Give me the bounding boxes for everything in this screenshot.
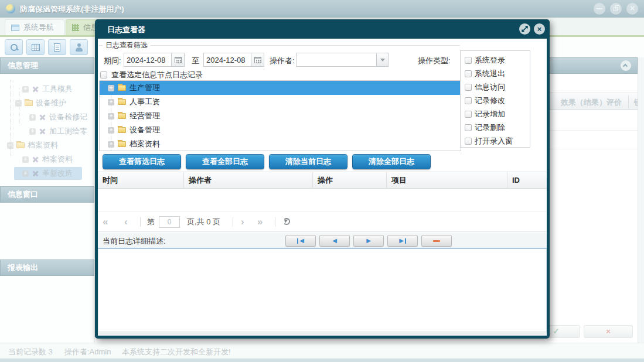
checkbox[interactable] bbox=[100, 71, 107, 78]
clear-current-logs-button[interactable]: 清除当前日志 bbox=[269, 154, 347, 169]
expand-icon[interactable]: + bbox=[108, 99, 114, 105]
tree-item[interactable]: +经营管理 bbox=[100, 109, 461, 123]
expand-icon[interactable]: + bbox=[29, 128, 36, 135]
view-all-logs-button[interactable]: 查看全部日志 bbox=[186, 154, 264, 169]
column-project[interactable]: 项目 bbox=[386, 172, 507, 188]
checkbox[interactable] bbox=[465, 111, 472, 118]
x-icon: × bbox=[606, 327, 611, 336]
tab-system-navigation[interactable]: 系统导航 bbox=[5, 19, 64, 35]
collapse-icon[interactable]: − bbox=[15, 100, 22, 107]
collapse-icon[interactable]: − bbox=[7, 142, 13, 149]
scrollbar-track[interactable] bbox=[638, 57, 644, 343]
sidebar-tree-item[interactable]: −设备维护 bbox=[15, 96, 66, 110]
checkbox[interactable] bbox=[465, 70, 472, 77]
date-from-calendar-button[interactable] bbox=[172, 53, 185, 67]
optype-item[interactable]: 打开录入窗 bbox=[465, 134, 530, 148]
operator-combobox[interactable] bbox=[296, 53, 389, 67]
user-toolbar-button[interactable] bbox=[70, 39, 88, 55]
status-operator: 操作者:Admin bbox=[64, 347, 111, 357]
refresh-button[interactable] bbox=[283, 218, 290, 225]
checkbox[interactable] bbox=[465, 138, 472, 145]
expand-icon[interactable]: + bbox=[22, 86, 29, 93]
tree-item[interactable]: +设备管理 bbox=[100, 123, 461, 137]
cancel-button[interactable]: × bbox=[584, 325, 633, 338]
panel-collapse-button[interactable] bbox=[621, 60, 631, 71]
sidebar-tree-item[interactable]: +工具模具 bbox=[22, 82, 73, 96]
date-to-calendar-button[interactable] bbox=[251, 53, 264, 67]
column-operator[interactable]: 操作者 bbox=[183, 172, 312, 188]
dialog-header[interactable]: 日志查看器 × bbox=[95, 19, 550, 39]
page-number-input[interactable] bbox=[159, 216, 180, 228]
record-last-button[interactable]: ▶ bbox=[387, 235, 418, 247]
close-button[interactable]: × bbox=[626, 3, 638, 15]
view-filtered-logs-button[interactable]: 查看筛选日志 bbox=[103, 154, 181, 169]
sidebar-tree-item[interactable]: +加工测绘零 bbox=[29, 124, 87, 138]
expand-icon[interactable]: + bbox=[108, 141, 114, 148]
sidebar-panel-window-header[interactable]: 信息窗口 bbox=[0, 186, 94, 203]
sidebar-tree-item[interactable]: +设备检修记 bbox=[29, 110, 87, 124]
expand-icon[interactable]: + bbox=[22, 156, 29, 163]
tree-item-selected[interactable]: +生产管理 bbox=[100, 81, 461, 95]
window-icon bbox=[11, 25, 19, 31]
table-toolbar-button[interactable] bbox=[26, 39, 45, 55]
operator-input[interactable] bbox=[297, 53, 376, 66]
optype-label: 操作类型: bbox=[418, 56, 451, 66]
record-prev-button[interactable]: ◀ bbox=[319, 235, 350, 247]
detail-header-row: 当前日志详细描述: ◀ ◀ ▶ ▶ bbox=[98, 233, 547, 249]
optype-item[interactable]: 系统退出 bbox=[465, 67, 530, 80]
node-filter-checkbox-row[interactable]: 查看选定信息节点日志记录 bbox=[100, 70, 203, 80]
sidebar-panel-info-header[interactable]: 信息管理 bbox=[0, 57, 94, 74]
checkbox[interactable] bbox=[465, 97, 472, 104]
tree-item[interactable]: +档案资料 bbox=[100, 137, 461, 151]
optype-item[interactable]: 系统登录 bbox=[465, 53, 530, 67]
log-viewer-dialog: 日志查看器 × 日志查看筛选 期间: 至 操作者: 操作类型: 系统登录 系统退… bbox=[95, 19, 550, 339]
to-label: 至 bbox=[192, 56, 199, 66]
dialog-close-button[interactable]: × bbox=[534, 23, 545, 35]
optype-item[interactable]: 记录删除 bbox=[465, 121, 530, 134]
sidebar-tree-item[interactable]: −档案资料 bbox=[7, 138, 58, 152]
log-table-header: 时间 操作者 操作 项目 ID bbox=[98, 172, 547, 189]
sidebar-panel-report-header[interactable]: 报表输出 bbox=[0, 259, 94, 276]
detail-description-area[interactable] bbox=[98, 249, 547, 332]
prev-page-button[interactable]: ‹ bbox=[124, 211, 128, 233]
date-to-input[interactable] bbox=[203, 53, 251, 67]
optype-item[interactable]: 记录增加 bbox=[465, 107, 530, 121]
checkbox[interactable] bbox=[465, 84, 472, 91]
expand-icon[interactable]: + bbox=[22, 170, 29, 177]
dialog-maximize-button[interactable] bbox=[519, 23, 530, 35]
status-bar: 当前记录数 3 操作者:Admin 本系统支持二次开发和全新开发! bbox=[0, 343, 644, 358]
last-page-button[interactable]: » bbox=[257, 211, 263, 233]
record-next-button[interactable]: ▶ bbox=[353, 235, 384, 247]
record-delete-button[interactable] bbox=[421, 235, 452, 247]
minimize-button[interactable] bbox=[594, 3, 605, 15]
column-effect-evaluation[interactable]: 效果（结果）评价 bbox=[561, 97, 622, 108]
expand-icon[interactable]: + bbox=[108, 127, 114, 134]
first-page-button[interactable]: « bbox=[103, 211, 108, 233]
column-id[interactable]: ID bbox=[507, 172, 547, 188]
record-first-button[interactable]: ◀ bbox=[285, 235, 316, 247]
grid-icon bbox=[72, 24, 79, 31]
search-toolbar-button[interactable] bbox=[5, 39, 23, 55]
sidebar-tree-item-selected[interactable]: +革新改造 bbox=[22, 166, 73, 180]
detail-label: 当前日志详细描述: bbox=[103, 236, 166, 247]
sidebar-tree-panel: +工具模具 −设备维护 +设备检修记 +加工测绘零 −档案资料 +档案资料 +革… bbox=[0, 74, 94, 186]
next-page-button[interactable]: › bbox=[241, 211, 244, 233]
checkbox[interactable] bbox=[465, 57, 472, 64]
column-time[interactable]: 时间 bbox=[98, 172, 183, 188]
optype-item[interactable]: 信息访问 bbox=[465, 80, 530, 94]
document-toolbar-button[interactable] bbox=[48, 39, 66, 55]
column-operation[interactable]: 操作 bbox=[312, 172, 386, 188]
restore-button[interactable] bbox=[610, 3, 622, 15]
checkbox[interactable] bbox=[465, 124, 472, 131]
clear-all-logs-button[interactable]: 清除全部日志 bbox=[352, 154, 431, 169]
dropdown-arrow-icon[interactable] bbox=[376, 53, 388, 66]
expand-icon[interactable]: + bbox=[108, 85, 114, 91]
expand-icon[interactable]: + bbox=[108, 113, 114, 119]
sidebar-tree-item[interactable]: +档案资料 bbox=[22, 152, 73, 166]
tree-item[interactable]: +人事工资 bbox=[100, 95, 461, 109]
optype-item[interactable]: 记录修改 bbox=[465, 94, 530, 107]
expand-icon[interactable]: + bbox=[29, 114, 36, 121]
date-from-input[interactable] bbox=[124, 53, 172, 67]
close-icon: × bbox=[626, 3, 638, 15]
folder-icon bbox=[118, 99, 126, 105]
